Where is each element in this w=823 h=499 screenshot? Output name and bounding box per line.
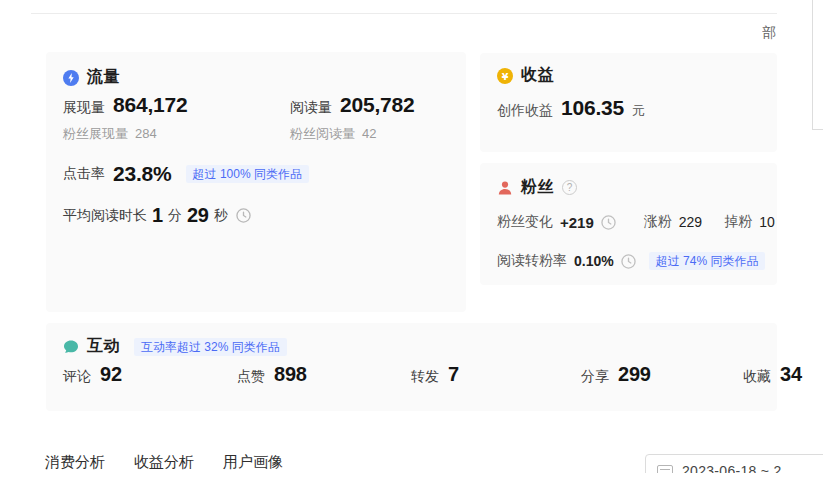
reposts-label: 转发 <box>411 368 439 386</box>
shares-stat: 分享 299 <box>581 363 651 386</box>
interaction-card-header: 互动 互动率超过 32% 同类作品 <box>63 336 287 357</box>
traffic-card: 流量 展现量 864,172 阅读量 205,782 粉丝展现量 284 粉丝阅… <box>46 52 466 312</box>
traffic-card-title: 流量 <box>87 67 120 88</box>
fans-card-header: 粉丝 ? <box>497 177 577 198</box>
conversion-benchmark-badge: 超过 74% 同类作品 <box>649 252 766 270</box>
interaction-card: 互动 互动率超过 32% 同类作品 评论 92 点赞 898 转发 7 分享 2… <box>46 323 777 411</box>
minutes-unit: 分 <box>168 207 182 225</box>
impressions-value: 864,172 <box>113 93 188 117</box>
avg-read-time-metric: 平均阅读时长 1 分 29 秒 <box>63 204 251 227</box>
history-clock-icon[interactable] <box>236 208 251 223</box>
coin-icon: ¥ <box>497 68 513 84</box>
revenue-card-title: 收益 <box>521 65 554 86</box>
reads-metric: 阅读量 205,782 <box>290 93 415 117</box>
bottom-clip-overlay <box>0 473 823 499</box>
avg-read-time-label: 平均阅读时长 <box>63 207 147 225</box>
fan-impressions-label: 粉丝展现量 <box>63 125 128 143</box>
ctr-label: 点击率 <box>63 165 105 183</box>
currency-unit: 元 <box>632 102 645 120</box>
fan-reads-metric: 粉丝阅读量 42 <box>290 125 376 143</box>
right-popover-edge <box>812 0 823 130</box>
likes-label: 点赞 <box>237 368 265 386</box>
avg-read-minutes: 1 <box>152 204 163 227</box>
fan-impressions-value: 284 <box>135 126 157 141</box>
fans-card-title: 粉丝 <box>521 177 554 198</box>
ctr-benchmark-badge: 超过 100% 同类作品 <box>186 165 309 183</box>
impressions-label: 展现量 <box>63 99 105 117</box>
favorites-value: 34 <box>780 363 802 386</box>
person-icon <box>497 180 513 196</box>
comments-label: 评论 <box>63 368 91 386</box>
comments-value: 92 <box>100 363 122 386</box>
interaction-card-title: 互动 <box>87 336 120 357</box>
chat-bubble-icon <box>63 339 79 355</box>
fan-reads-value: 42 <box>362 126 376 141</box>
fan-loss-value: 10 <box>759 214 775 230</box>
fan-gain-value: 229 <box>679 214 702 230</box>
conversion-row: 阅读转粉率 0.10% 超过 74% 同类作品 <box>497 252 765 270</box>
fan-gain-label: 涨粉 <box>644 213 672 231</box>
reposts-value: 7 <box>448 363 459 386</box>
interaction-benchmark-badge: 互动率超过 32% 同类作品 <box>134 338 287 356</box>
likes-value: 898 <box>274 363 307 386</box>
ctr-value: 23.8% <box>113 162 172 186</box>
analytics-dashboard: { "page": { "top_right_note": "部", "date… <box>0 0 823 499</box>
conversion-clock-icon[interactable] <box>621 254 636 269</box>
shares-value: 299 <box>618 363 651 386</box>
fan-change-value: +219 <box>560 214 594 231</box>
favorites-label: 收藏 <box>743 368 771 386</box>
top-divider <box>31 13 777 14</box>
revenue-card: ¥ 收益 创作收益 106.35 元 <box>480 53 777 152</box>
fan-reads-label: 粉丝阅读量 <box>290 125 355 143</box>
tab-revenue-analysis[interactable]: 收益分析 <box>134 453 194 472</box>
traffic-card-header: 流量 <box>63 67 120 88</box>
fan-change-row: 粉丝变化 +219 涨粉 229 掉粉 10 <box>497 213 775 231</box>
ctr-metric: 点击率 23.8% 超过 100% 同类作品 <box>63 162 309 186</box>
reads-label: 阅读量 <box>290 99 332 117</box>
fans-card: 粉丝 ? 粉丝变化 +219 涨粉 229 掉粉 10 阅读转粉率 0.10% … <box>480 163 777 285</box>
reposts-stat: 转发 7 <box>411 363 459 386</box>
top-right-note: 部 <box>762 24 778 42</box>
reads-value: 205,782 <box>340 93 415 117</box>
help-icon[interactable]: ? <box>562 180 577 195</box>
shares-label: 分享 <box>581 368 609 386</box>
analysis-tabs: 消费分析 收益分析 用户画像 <box>45 453 283 472</box>
conversion-value: 0.10% <box>574 253 614 269</box>
favorites-stat: 收藏 34 <box>743 363 802 386</box>
svg-text:¥: ¥ <box>502 70 509 81</box>
tab-user-profile[interactable]: 用户画像 <box>223 453 283 472</box>
comments-stat: 评论 92 <box>63 363 122 386</box>
fan-change-clock-icon[interactable] <box>601 215 616 230</box>
seconds-unit: 秒 <box>214 207 228 225</box>
fan-loss-label: 掉粉 <box>724 213 752 231</box>
creation-revenue-value: 106.35 <box>561 96 624 120</box>
avg-read-seconds: 29 <box>187 204 209 227</box>
fan-impressions-metric: 粉丝展现量 284 <box>63 125 157 143</box>
likes-stat: 点赞 898 <box>237 363 307 386</box>
tab-consumption-analysis[interactable]: 消费分析 <box>45 453 105 472</box>
revenue-card-header: ¥ 收益 <box>497 65 554 86</box>
impressions-metric: 展现量 864,172 <box>63 93 188 117</box>
conversion-label: 阅读转粉率 <box>497 252 567 270</box>
creation-revenue-label: 创作收益 <box>497 102 553 120</box>
creation-revenue-metric: 创作收益 106.35 元 <box>497 96 645 120</box>
fan-change-label: 粉丝变化 <box>497 213 553 231</box>
lightning-icon <box>63 70 79 86</box>
